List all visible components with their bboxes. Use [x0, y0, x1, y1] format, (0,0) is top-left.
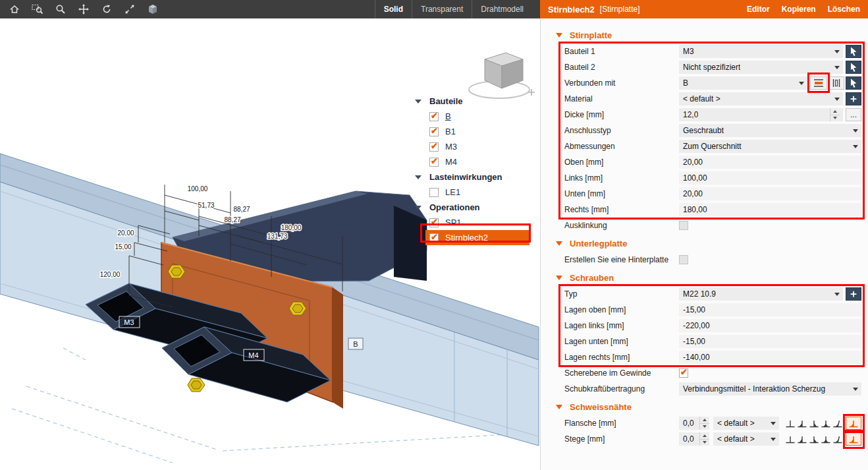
section-unterlegplatte[interactable]: Unterlegplatte: [541, 235, 868, 252]
flansche-spinner[interactable]: 0,0: [679, 417, 709, 430]
bauteil1-dropdown[interactable]: M3: [679, 45, 843, 58]
pick-verbunden-mit-button[interactable]: [846, 76, 861, 90]
zoom-window-button[interactable]: [26, 1, 49, 18]
stege-spinner[interactable]: 0,0: [679, 432, 709, 446]
rechts-input[interactable]: 180,00: [679, 203, 861, 216]
bauteil2-dropdown[interactable]: Nicht spezifiziert: [679, 61, 843, 74]
schubkraft-dropdown[interactable]: Verbindungsmittel - Interaktion Scherzug: [679, 382, 861, 396]
lagen-oben-input[interactable]: -15,00: [679, 303, 861, 316]
weld-butt-button[interactable]: [784, 417, 796, 430]
delete-button[interactable]: Löschen: [828, 5, 860, 14]
tree-item-stirnblech2[interactable]: Stirnblech2: [425, 230, 529, 245]
tree-group-bauteile[interactable]: Bauteile: [408, 94, 540, 109]
section-stirnplatte[interactable]: Stirnplatte: [541, 26, 868, 44]
section-schweissnaehte[interactable]: Schweissnähte: [541, 398, 868, 415]
weld-butt-button[interactable]: [784, 432, 796, 446]
pick-in-scene-icon: [848, 62, 859, 73]
spinner-up-icon[interactable]: [700, 417, 709, 423]
oben-input[interactable]: 20,00: [679, 156, 861, 169]
section-schrauben[interactable]: Schrauben: [541, 269, 868, 286]
checkbox-checked-icon[interactable]: [429, 112, 439, 121]
tree-item-b1[interactable]: B1: [408, 124, 540, 139]
checkbox-checked-icon[interactable]: [429, 158, 439, 167]
plate-orientation-vertical-button[interactable]: [828, 76, 844, 90]
pan-button[interactable]: [72, 1, 95, 18]
tree-item-m4[interactable]: M4: [408, 154, 540, 169]
tree-item-sp1[interactable]: SP1: [408, 215, 540, 230]
tree-item-le1[interactable]: LE1: [408, 185, 540, 200]
copy-button[interactable]: Kopieren: [782, 5, 816, 14]
schrauben-typ-dropdown[interactable]: M22 10.9: [679, 287, 843, 301]
weld-selected-button[interactable]: [846, 432, 861, 446]
add-bolt-type-button[interactable]: [846, 287, 861, 301]
plate-orientation-horizontal-button[interactable]: [810, 76, 827, 90]
lagen-links-input[interactable]: -220,00: [679, 319, 861, 332]
section-collapse-icon[interactable]: [556, 33, 562, 38]
fit-view-button[interactable]: [118, 1, 141, 18]
dicke-more-button[interactable]: ...: [846, 108, 861, 121]
tree-item-b[interactable]: B: [408, 109, 540, 124]
weld-double-fillet-button[interactable]: [820, 432, 832, 446]
weld-bevel-button[interactable]: [832, 432, 844, 446]
pick-bauteil1-button[interactable]: [846, 45, 861, 58]
spinner-down-icon[interactable]: [700, 423, 709, 430]
stege-weld-material-dropdown[interactable]: < default >: [713, 432, 779, 446]
checkbox-checked-icon[interactable]: [429, 127, 439, 136]
spinner-up-icon[interactable]: [830, 108, 840, 115]
abmessungen-dropdown[interactable]: Zum Querschnitt: [679, 140, 861, 153]
tree-group-lasteinwirkungen[interactable]: Lasteinwirkungen: [408, 169, 540, 185]
expander-icon[interactable]: [415, 206, 421, 210]
weld-fillet-left-button[interactable]: [796, 417, 808, 430]
flansche-weld-material-dropdown[interactable]: < default >: [713, 417, 779, 430]
checkbox-checked-icon[interactable]: [429, 233, 439, 243]
nav-cube[interactable]: [469, 53, 535, 98]
editor-button[interactable]: Editor: [747, 5, 770, 14]
lagen-rechts-input[interactable]: -140,00: [679, 351, 861, 364]
view-mode-transparent[interactable]: Transparent: [412, 0, 472, 18]
lagen-unten-input[interactable]: -15,00: [679, 335, 861, 348]
dimension-label: 131,73: [267, 233, 288, 240]
spinner-down-icon[interactable]: [700, 439, 709, 446]
links-input[interactable]: 100,00: [679, 171, 861, 185]
weld-fillet-right-button[interactable]: [808, 417, 820, 430]
weld-fillet-right-icon: [809, 419, 819, 428]
solid-view-button[interactable]: [141, 1, 164, 18]
section-collapse-icon[interactable]: [556, 405, 562, 409]
pick-bauteil2-button[interactable]: [846, 61, 861, 74]
view-mode-wireframe[interactable]: Drahtmodell: [472, 0, 532, 18]
unten-input[interactable]: 20,00: [679, 187, 861, 200]
scherebene-checkbox[interactable]: [679, 368, 688, 378]
plus-icon: [849, 289, 858, 299]
expander-icon[interactable]: [415, 100, 421, 103]
anschlusstyp-dropdown[interactable]: Geschraubt: [679, 124, 861, 137]
pan-icon: [78, 4, 89, 15]
weld-fillet-right-button[interactable]: [808, 432, 820, 446]
home-button[interactable]: [3, 1, 26, 18]
spinner-up-icon[interactable]: [700, 432, 709, 439]
dicke-spinner[interactable]: 12,0: [679, 108, 843, 121]
weld-double-fillet-button[interactable]: [820, 417, 832, 430]
checkbox-checked-icon[interactable]: [429, 218, 439, 227]
section-collapse-icon[interactable]: [556, 276, 562, 280]
checkbox-checked-icon[interactable]: [429, 142, 439, 152]
checkbox-unchecked-icon[interactable]: [429, 188, 439, 197]
weld-selected-button[interactable]: [846, 417, 861, 430]
verbunden-mit-dropdown[interactable]: B: [679, 76, 807, 90]
ausklinkung-checkbox[interactable]: [679, 221, 688, 230]
weld-fillet-left-button[interactable]: [796, 432, 808, 446]
material-dropdown[interactable]: < default >: [679, 92, 843, 105]
weld-bevel-button[interactable]: [832, 417, 844, 430]
spinner-down-icon[interactable]: [830, 115, 840, 122]
spinner-buttons[interactable]: [830, 108, 840, 121]
view-mode-solid[interactable]: Solid: [375, 0, 412, 18]
hinterplatte-checkbox[interactable]: [679, 255, 688, 264]
tree-item-m3[interactable]: M3: [408, 139, 540, 154]
zoom-button[interactable]: [49, 1, 72, 18]
spinner-buttons[interactable]: [699, 417, 709, 430]
refresh-button[interactable]: [95, 1, 118, 18]
section-collapse-icon[interactable]: [556, 241, 562, 246]
tree-group-operationen[interactable]: Operationen: [408, 200, 540, 215]
spinner-buttons[interactable]: [699, 432, 709, 446]
add-material-button[interactable]: [846, 92, 861, 105]
expander-icon[interactable]: [415, 175, 421, 179]
